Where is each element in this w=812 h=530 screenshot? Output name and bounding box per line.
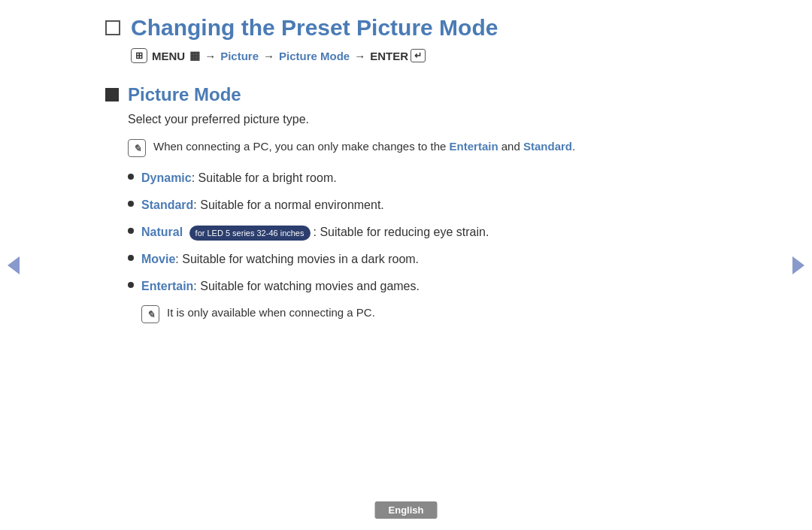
language-label: English xyxy=(375,501,438,519)
standard-link-1: Standard xyxy=(523,140,572,153)
note-text-before: When connecting a PC, you can only make … xyxy=(153,140,450,153)
list-item-text: Natural for LED 5 series 32-46 inches: S… xyxy=(141,223,489,241)
arrow2: → xyxy=(263,50,274,62)
section-bullet-icon xyxy=(105,88,119,101)
note-block-1: ✎ When connecting a PC, you can only mak… xyxy=(128,138,707,157)
dynamic-term: Dynamic xyxy=(141,171,192,184)
section-header: Picture Mode xyxy=(105,84,707,105)
note-text-2: It is only available when connecting a P… xyxy=(167,304,375,322)
prev-page-button[interactable] xyxy=(6,254,21,277)
note-icon-2: ✎ xyxy=(141,305,159,323)
entertain-desc: : Suitable for watching movies and games… xyxy=(193,280,420,292)
list-item: Dynamic: Suitable for a bright room. xyxy=(128,169,707,187)
title-checkbox-icon xyxy=(105,20,120,35)
note-text-1: When connecting a PC, you can only make … xyxy=(153,138,575,156)
picture-mode-link: Picture Mode xyxy=(279,50,350,62)
enter-key-icon: ↵ xyxy=(411,49,426,62)
page-title: Changing the Preset Picture Mode xyxy=(131,15,498,41)
menu-key-icon: ⊞ xyxy=(131,48,147,63)
list-item: Natural for LED 5 series 32-46 inches: S… xyxy=(128,223,707,241)
entertain-term: Entertain xyxy=(141,280,193,292)
menu-label: MENU xyxy=(152,50,185,62)
section-description: Select your preferred picture type. xyxy=(128,113,707,126)
enter-label: ENTER xyxy=(370,50,408,62)
bullet-dot-icon xyxy=(128,228,134,234)
dynamic-desc: : Suitable for a bright room. xyxy=(192,171,337,184)
natural-desc: : Suitable for reducing eye strain. xyxy=(314,226,489,238)
standard-desc: : Suitable for a normal environment. xyxy=(193,198,383,211)
section-title: Picture Mode xyxy=(128,84,241,105)
arrow3: → xyxy=(354,50,365,62)
list-item-text: Standard: Suitable for a normal environm… xyxy=(141,196,384,214)
note-text-middle: and xyxy=(498,140,523,153)
picture-mode-list: Dynamic: Suitable for a bright room. Sta… xyxy=(128,169,707,295)
list-item-text: Entertain: Suitable for watching movies … xyxy=(141,277,420,295)
bullet-dot-icon xyxy=(128,201,134,207)
menu-grid-symbol: ▦ xyxy=(189,49,200,62)
movie-desc: : Suitable for watching movies in a dark… xyxy=(175,253,419,265)
note-icon-1: ✎ xyxy=(128,139,146,157)
right-arrow-icon xyxy=(792,256,804,274)
entertain-link-1: Entertain xyxy=(450,140,498,153)
list-item: Entertain: Suitable for watching movies … xyxy=(128,277,707,295)
menu-path: ⊞ MENU ▦ → Picture → Picture Mode → ENTE… xyxy=(131,48,707,63)
footer: English xyxy=(375,503,438,516)
natural-term: Natural xyxy=(141,226,183,238)
note-block-2: ✎ It is only available when connecting a… xyxy=(141,304,707,323)
list-item: Movie: Suitable for watching movies in a… xyxy=(128,250,707,268)
list-item-text: Movie: Suitable for watching movies in a… xyxy=(141,250,419,268)
bullet-dot-icon xyxy=(128,282,134,288)
bullet-dot-icon xyxy=(128,174,134,180)
natural-badge: for LED 5 series 32-46 inches xyxy=(189,226,311,241)
standard-term: Standard xyxy=(141,198,193,211)
arrow1: → xyxy=(205,50,216,62)
main-content: Changing the Preset Picture Mode ⊞ MENU … xyxy=(45,0,767,350)
title-section: Changing the Preset Picture Mode xyxy=(105,15,707,41)
next-page-button[interactable] xyxy=(791,254,806,277)
list-item: Standard: Suitable for a normal environm… xyxy=(128,196,707,214)
list-item-text: Dynamic: Suitable for a bright room. xyxy=(141,169,337,187)
section-body: Select your preferred picture type. ✎ Wh… xyxy=(128,113,707,323)
left-arrow-icon xyxy=(8,256,20,274)
note-text-after: . xyxy=(572,140,575,153)
bullet-dot-icon xyxy=(128,255,134,261)
picture-link: Picture xyxy=(220,50,259,62)
menu-icon-symbol: ⊞ xyxy=(135,50,143,61)
enter-key: ENTER ↵ xyxy=(370,49,426,62)
movie-term: Movie xyxy=(141,253,175,265)
